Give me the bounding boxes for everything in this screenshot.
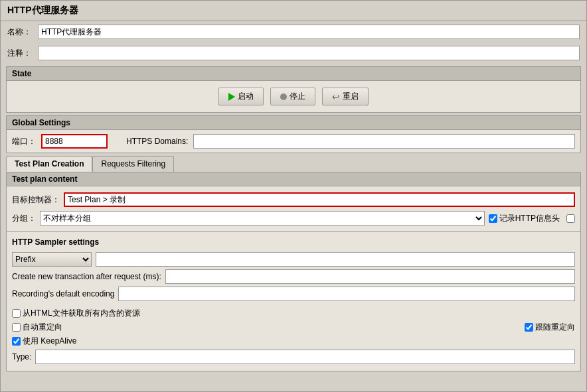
cb3-row: 使用 KeepAlive: [12, 334, 575, 348]
transaction-row: Create new transaction after request (ms…: [12, 268, 575, 285]
transaction-label: Create new transaction after request (ms…: [12, 272, 161, 281]
state-section: State 启动 停止 ↩ 重启: [6, 66, 581, 113]
play-icon: [228, 93, 235, 101]
restart-button[interactable]: ↩ 重启: [322, 88, 369, 105]
http-sampler-section: HTTP Sampler settings Prefix Create new …: [6, 232, 581, 371]
cb-auto-redirect[interactable]: [12, 323, 21, 332]
cb2-label: 自动重定向: [12, 322, 62, 333]
port-label: 端口：: [12, 136, 36, 147]
tab-requests-filtering[interactable]: Requests Filtering: [92, 156, 174, 172]
prefix-input[interactable]: [96, 252, 575, 267]
encoding-input[interactable]: [118, 287, 575, 301]
record-http-label: 记录HTTP信息头: [489, 213, 560, 224]
encoding-row: Recording's default encoding: [12, 285, 575, 302]
restart-icon: ↩: [332, 92, 340, 102]
https-input[interactable]: [193, 134, 575, 149]
title-text: HTTP代理服务器: [7, 5, 78, 15]
comment-input[interactable]: [38, 46, 580, 60]
target-label: 目标控制器：: [12, 194, 60, 206]
group-label: 分组：: [12, 213, 36, 224]
port-input[interactable]: [41, 134, 108, 149]
window-title: HTTP代理服务器: [1, 1, 586, 21]
https-label: HTTPS Domains:: [126, 137, 188, 146]
test-plan-content-title: Test plan content: [7, 172, 580, 186]
cb1-label: 从HTML文件获取所有内含的资源: [12, 308, 140, 319]
restart-label: 重启: [343, 91, 359, 102]
sampler-title: HTTP Sampler settings: [12, 237, 575, 247]
extra-checkbox[interactable]: [566, 214, 575, 223]
name-input[interactable]: [38, 25, 580, 39]
type-label: Type:: [12, 352, 31, 361]
prefix-row: Prefix: [12, 251, 575, 268]
stop-label: 停止: [290, 91, 305, 102]
comment-label: 注释：: [7, 48, 34, 59]
tab-content: Test plan content 目标控制器： 分组： 不对样本分组 记录HT…: [6, 172, 581, 232]
global-settings-title: Global Settings: [7, 116, 580, 130]
start-button[interactable]: 启动: [218, 88, 264, 105]
type-input[interactable]: [35, 350, 575, 364]
cb3-label: 使用 KeepAlive: [12, 336, 76, 347]
stop-icon: [280, 94, 287, 100]
cb-follow-redirect[interactable]: [525, 323, 533, 332]
transaction-input[interactable]: [165, 269, 575, 284]
name-row: 名称：: [1, 21, 586, 42]
global-settings-section: Global Settings 端口： HTTPS Domains:: [6, 115, 581, 153]
record-http-checkbox[interactable]: [489, 214, 497, 223]
prefix-select[interactable]: Prefix: [12, 252, 92, 267]
cb1-row: 从HTML文件获取所有内含的资源: [12, 306, 575, 320]
comment-row: 注释：: [1, 42, 586, 64]
type-row: Type:: [12, 348, 575, 365]
main-window: HTTP代理服务器 名称： 注释： State 启动 停止 ↩ 重启: [0, 0, 587, 392]
stop-button[interactable]: 停止: [270, 88, 315, 105]
group-row: 分组： 不对样本分组 记录HTTP信息头: [12, 209, 575, 228]
global-settings-row: 端口： HTTPS Domains:: [7, 130, 580, 153]
state-title: State: [7, 67, 580, 81]
group-select[interactable]: 不对样本分组: [40, 211, 485, 226]
state-buttons: 启动 停止 ↩ 重启: [7, 81, 580, 112]
target-input[interactable]: [64, 192, 575, 207]
start-label: 启动: [238, 91, 254, 102]
tabs-container: Test Plan Creation Requests Filtering: [6, 156, 581, 172]
cb2-row: 自动重定向 跟随重定向: [12, 320, 575, 334]
cb-keepalive[interactable]: [12, 337, 21, 346]
encoding-label: Recording's default encoding: [12, 289, 114, 298]
tab-test-plan-creation[interactable]: Test Plan Creation: [6, 156, 92, 172]
cb-html-resources[interactable]: [12, 309, 21, 318]
test-plan-content-body: 目标控制器： 分组： 不对样本分组 记录HTTP信息头: [7, 186, 580, 231]
cb4-label: 跟随重定向: [525, 322, 575, 333]
name-label: 名称：: [7, 27, 34, 38]
target-controller-row: 目标控制器：: [12, 190, 575, 209]
